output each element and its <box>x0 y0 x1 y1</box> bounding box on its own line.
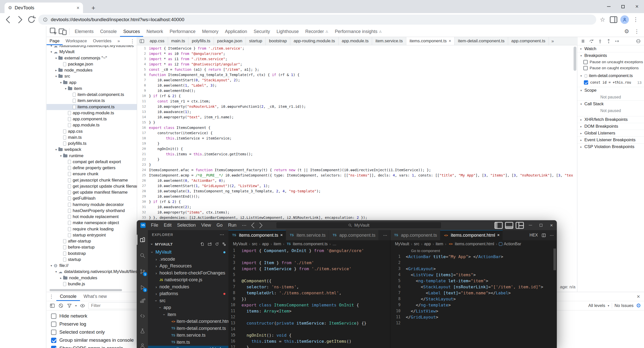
navigator-tab-workspace[interactable]: Workspace <box>63 37 90 45</box>
section-call-stack[interactable]: ▾Call Stack <box>577 100 644 107</box>
breakpoint-entry[interactable]: const id = +this.rou13 <box>577 79 644 86</box>
devtools-more-icon[interactable]: ⋮ <box>632 28 641 34</box>
line-number[interactable]: 20 <box>137 147 149 151</box>
line-number[interactable]: 23 <box>137 163 149 166</box>
line-number[interactable]: 24 <box>137 168 149 172</box>
line-number[interactable]: 10 <box>137 94 149 98</box>
code-editor-left[interactable]: 1import { Component, OnInit } from '@ang… <box>228 248 390 348</box>
activity-search-icon[interactable] <box>137 250 148 260</box>
line-number[interactable]: 8 <box>390 297 406 301</box>
code-editor-right[interactable]: Go to component1<ActionBar title="My App… <box>390 248 557 348</box>
line-number[interactable]: 17 <box>228 345 242 348</box>
line-number[interactable]: 4 <box>390 272 406 277</box>
codelens-go-to-component[interactable]: Go to component <box>390 248 557 254</box>
section-xhr-fetch-breakpoints[interactable]: ▸XHR/fetch Breakpoints <box>577 116 644 123</box>
line-number[interactable]: 33 <box>137 216 149 219</box>
tree-arrow-icon[interactable]: ▾ <box>54 148 58 151</box>
file-tree-item[interactable]: startup entrypoint <box>47 232 137 238</box>
window-maximize-button[interactable] <box>616 0 630 13</box>
line-number[interactable]: 19 <box>137 142 149 145</box>
line-number[interactable]: 8 <box>228 291 242 295</box>
line-number[interactable]: 13 <box>228 321 242 325</box>
menu-run[interactable]: Run <box>225 220 239 230</box>
line-number[interactable]: 12 <box>137 105 149 108</box>
line-number[interactable]: 15 <box>137 120 149 124</box>
explorer-item-items-component-html[interactable]: <>items.component.html <box>148 346 228 348</box>
drawer-menu-icon[interactable]: ⋮ <box>47 292 56 301</box>
file-tree-item[interactable]: ▾☁MyVault <box>47 49 137 55</box>
tree-arrow-icon[interactable]: ▾ <box>49 50 54 54</box>
activity-extensions-icon[interactable] <box>137 296 148 306</box>
tree-arrow-icon[interactable]: ▾ <box>54 56 58 60</box>
explorer-item-item-ts[interactable]: TSitem.ts <box>148 339 228 346</box>
explorer-item-platforms[interactable]: ›platforms <box>148 290 228 297</box>
breadcrumb-item[interactable]: MyVault <box>395 242 409 246</box>
breadcrumb-item[interactable]: src <box>414 242 419 246</box>
file-tree-item[interactable]: ▸node_modules <box>47 67 137 73</box>
editor-tab-app-component-ts[interactable]: TSapp.component.ts <box>390 230 440 240</box>
line-number[interactable]: 27 <box>137 184 149 188</box>
explorer-item-myvault[interactable]: ›MyVault <box>148 249 228 256</box>
gutter-marker-icon[interactable] <box>232 334 235 336</box>
source-tab-app-css[interactable]: app.css <box>146 37 168 45</box>
line-number[interactable]: 21 <box>137 152 149 156</box>
line-number[interactable]: 1 <box>390 254 406 259</box>
line-number[interactable]: 9 <box>228 297 242 301</box>
file-tree-item[interactable]: ▾external commonjs "~" <box>47 55 137 61</box>
line-number[interactable]: 11 <box>137 99 149 103</box>
line-number[interactable]: 12 <box>228 315 242 319</box>
line-number[interactable]: 4 <box>228 266 242 271</box>
file-tree-item[interactable]: ▾☁data/data/org.nativescript.MyVault/fil… <box>47 269 137 275</box>
source-tab-item-detail-component-ts[interactable]: item-detail.component.ts <box>455 37 508 45</box>
line-number[interactable]: 2 <box>137 52 149 55</box>
devtools-tab-recorder[interactable]: Recorder⚠ <box>302 26 332 37</box>
line-number[interactable]: 2 <box>390 260 406 265</box>
source-tab-main-ts[interactable]: main.ts <box>168 37 189 45</box>
breadcrumb-item[interactable]: app <box>424 242 431 246</box>
side-panel-icon[interactable] <box>609 15 618 24</box>
file-tree-item[interactable]: make namespace object <box>47 220 137 226</box>
file-tree-item[interactable]: bundle.js <box>47 281 137 287</box>
line-number[interactable]: 16 <box>228 339 242 343</box>
step-over-icon[interactable] <box>589 39 594 44</box>
step-icon[interactable] <box>615 39 620 44</box>
toggle-navigator-icon[interactable] <box>137 37 146 45</box>
bookmark-star-icon[interactable]: ☆ <box>598 16 607 23</box>
file-tree-item[interactable]: get javascript chunk filename <box>47 177 137 183</box>
menu-more-icon[interactable]: ⋯ <box>239 220 249 230</box>
file-tree-item[interactable]: ▾runtime <box>47 153 137 159</box>
file-tree-item[interactable]: getFullHash <box>47 195 137 201</box>
reload-icon[interactable] <box>27 15 36 24</box>
breadcrumb-item[interactable]: item <box>274 242 281 246</box>
line-number[interactable]: 7 <box>137 78 149 82</box>
section-event-listener-breakpoints[interactable]: ▸Event Listener Breakpoints <box>577 136 644 143</box>
refresh-icon[interactable] <box>215 242 219 246</box>
file-tree-item[interactable]: after-startup <box>47 238 137 244</box>
file-tree-item[interactable]: main.ts <box>47 134 137 141</box>
line-number[interactable]: 9 <box>390 303 406 307</box>
menu-go[interactable]: Go <box>214 220 225 230</box>
deactivate-breakpoints-icon[interactable] <box>636 39 641 44</box>
tabbar-more-icon[interactable]: ⋯ <box>383 233 387 238</box>
split-editor-icon[interactable] <box>541 233 546 238</box>
line-number[interactable]: 1 <box>137 46 149 50</box>
breadcrumb-item[interactable]: TSitems.component.ts <box>286 242 328 246</box>
file-tree-item[interactable]: ▾item <box>47 86 137 92</box>
line-number[interactable]: 25 <box>137 173 149 177</box>
explorer-item-item-detail-component-ts[interactable]: TSitem-detail.component.ts <box>148 325 228 332</box>
editor-tab-item-service-ts[interactable]: TSitem.service.ts <box>286 230 329 240</box>
line-number[interactable]: 8 <box>137 83 149 87</box>
line-number[interactable]: 31 <box>137 205 149 209</box>
console-settings-gear-icon[interactable]: ⚙ <box>636 302 641 309</box>
file-tree-item[interactable]: startup <box>47 257 137 263</box>
file-tree-item[interactable]: ▸node_modules <box>47 275 137 281</box>
devtools-tab-elements[interactable]: Elements <box>71 26 97 37</box>
line-number[interactable]: 7 <box>390 291 406 295</box>
line-number[interactable]: 13 <box>137 110 149 114</box>
section-scope[interactable]: ▾Scope <box>577 87 644 94</box>
explorer-item-item-service-ts[interactable]: TSitem.service.ts <box>148 332 228 339</box>
vscode-close-button[interactable]: × <box>546 220 557 230</box>
command-center-search[interactable]: MyVault <box>276 222 441 229</box>
line-number[interactable]: 3 <box>228 260 242 265</box>
clear-console-icon[interactable] <box>58 303 64 308</box>
